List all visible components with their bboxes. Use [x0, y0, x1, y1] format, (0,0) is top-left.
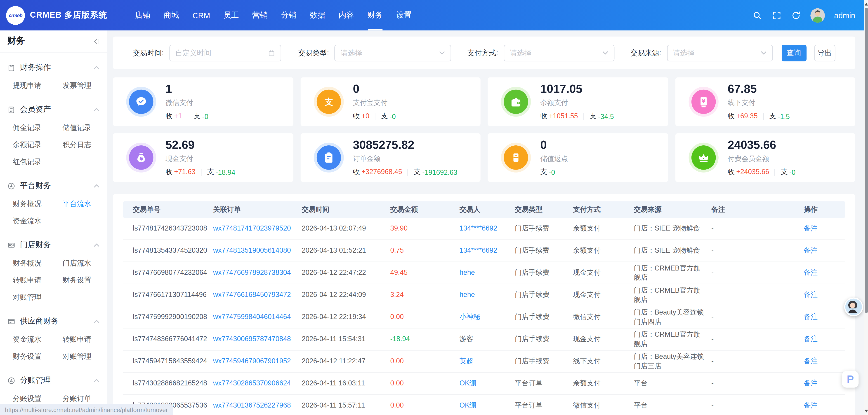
sidebar-section-header[interactable]: 分账管理 — [0, 372, 107, 389]
menu-item-10[interactable]: 设置 — [390, 0, 418, 31]
order-link[interactable]: wx774813519005614080 — [213, 247, 291, 254]
cell-trade-time: 2026-04-12 22:19:34 — [302, 312, 391, 322]
sidebar-section-header[interactable]: 门店财务 — [0, 237, 107, 253]
scroll-down-arrow[interactable] — [864, 410, 868, 413]
cell-remark: - — [711, 246, 804, 255]
export-button[interactable]: 导出 — [814, 44, 835, 61]
trader-link[interactable]: 小神秘 — [460, 313, 480, 321]
order-link[interactable]: wx774301367526227968 — [213, 402, 291, 409]
sidebar-item[interactable]: 门店流水 — [63, 254, 101, 272]
sidebar-item[interactable]: 转账申请 — [13, 271, 62, 288]
menu-item-7[interactable]: 数据 — [303, 0, 332, 31]
rebate-icon — [504, 145, 528, 170]
pay-method-select[interactable]: 请选择 — [504, 44, 614, 61]
sidebar-item[interactable]: 资金流水 — [13, 212, 62, 230]
cell-action: 备注 — [804, 268, 836, 278]
sidebar-item[interactable]: 对账管理 — [13, 288, 62, 306]
trader-link[interactable]: 134****6692 — [460, 224, 497, 232]
expense-value: -0 — [789, 168, 796, 176]
remark-action-link[interactable]: 备注 — [804, 291, 817, 299]
sidebar-section-header[interactable]: 会员资产 — [0, 101, 107, 118]
sidebar-item[interactable]: 资金流水 — [13, 331, 62, 348]
remark-action-link[interactable]: 备注 — [804, 379, 817, 387]
search-icon[interactable] — [752, 10, 762, 20]
remark-action-link[interactable]: 备注 — [804, 247, 817, 254]
cell-trade-time: 2026-04-12 11:22:47 — [302, 357, 391, 366]
remark-action-link[interactable]: 备注 — [804, 224, 817, 232]
cell-related-order: wx774594679067901952 — [213, 357, 302, 366]
remark-action-link[interactable]: 备注 — [804, 357, 817, 365]
sidebar-item[interactable]: 财务设置 — [13, 348, 62, 365]
sidebar-item[interactable]: 余额记录 — [13, 136, 62, 153]
trader-link[interactable]: 英超 — [460, 357, 473, 365]
stat-separator — [375, 113, 375, 120]
order-link[interactable]: wx774766978928738304 — [213, 269, 291, 276]
sidebar-item[interactable]: 提现申请 — [13, 77, 62, 94]
trader-link[interactable]: 134****6692 — [460, 247, 497, 254]
sidebar-section: 分账管理 分账设置分账订单 — [0, 372, 107, 409]
menu-item-1[interactable]: 店铺 — [128, 0, 157, 31]
sidebar-item[interactable]: 储值记录 — [63, 119, 101, 136]
floating-p-button[interactable]: P — [842, 371, 859, 387]
order-link[interactable]: wx774766168450793472 — [213, 291, 291, 299]
trader-link[interactable]: OK绷 — [460, 402, 476, 409]
menu-item-9[interactable]: 财务 — [361, 0, 390, 31]
menu-item-6[interactable]: 分销 — [274, 0, 303, 31]
refresh-icon[interactable] — [791, 10, 801, 20]
trader-link[interactable]: hehe — [460, 291, 475, 299]
cell-trade-time: 2026-04-12 22:47:22 — [302, 268, 391, 278]
order-link[interactable]: wx774594679067901952 — [213, 357, 291, 365]
user-avatar[interactable] — [810, 8, 825, 23]
order-link[interactable]: wx774759984046014464 — [213, 313, 291, 321]
trade-type-select[interactable]: 请选择 — [335, 44, 452, 61]
time-range-input[interactable]: 自定义时间 — [169, 44, 281, 61]
sidebar-item[interactable]: 对账管理 — [63, 348, 101, 365]
collapse-sidebar-icon[interactable] — [92, 37, 100, 45]
username-label[interactable]: admin — [834, 11, 855, 20]
menu-item-3[interactable]: CRM — [186, 0, 217, 31]
sidebar-item[interactable]: 发票管理 — [63, 77, 101, 94]
sidebar-section-header[interactable]: 供应商财务 — [0, 313, 107, 330]
page-scrollbar[interactable] — [864, 0, 868, 415]
service-avatar[interactable] — [844, 298, 863, 316]
menu-item-2[interactable]: 商城 — [157, 0, 186, 31]
sidebar-item[interactable]: 财务概况 — [13, 254, 62, 272]
menu-item-8[interactable]: 内容 — [332, 0, 361, 31]
sidebar-item[interactable]: 积分日志 — [63, 136, 101, 153]
remark-action-link[interactable]: 备注 — [804, 269, 817, 276]
scroll-up-arrow[interactable] — [864, 3, 868, 5]
remark-action-link[interactable]: 备注 — [804, 402, 817, 409]
trader-link[interactable]: hehe — [460, 269, 475, 276]
search-button[interactable]: 查询 — [781, 44, 806, 61]
order-link[interactable]: wx774300695787470848 — [213, 335, 291, 343]
sidebar-section-items: 资金流水转账申请财务设置对账管理 — [0, 330, 107, 367]
expense-value: -0 — [390, 112, 396, 120]
remark-action-link[interactable]: 备注 — [804, 335, 817, 343]
sidebar-item[interactable]: 佣金记录 — [13, 119, 62, 136]
cell-remark: - — [711, 357, 804, 366]
menu-item-5[interactable]: 营销 — [246, 0, 274, 31]
trader-link[interactable]: OK绷 — [460, 379, 476, 387]
stat-value: 0 — [540, 138, 568, 151]
cell-trade-amount: 39.90 — [391, 224, 460, 234]
order-link[interactable]: wx774302865370906624 — [213, 379, 291, 387]
menu-item-4[interactable]: 员工 — [217, 0, 246, 31]
sidebar-item[interactable]: 财务概况 — [13, 195, 62, 212]
expense-label: 支 — [540, 168, 547, 177]
remark-action-link[interactable]: 备注 — [804, 313, 817, 321]
sidebar-item[interactable]: 财务设置 — [63, 271, 101, 288]
top-nav: crmeb CRMEB 多店版系统 店铺商城CRM员工营销分销数据内容财务设置 … — [0, 0, 868, 31]
trade-source-select[interactable]: 请选择 — [667, 44, 773, 61]
sidebar-item[interactable]: 转账申请 — [63, 331, 101, 348]
sidebar-section-header[interactable]: 平台财务 — [0, 177, 107, 194]
scrollbar-thumb[interactable] — [864, 8, 868, 313]
col-trader: 交易人 — [460, 205, 515, 214]
source-placeholder: 请选择 — [673, 48, 761, 58]
order-link[interactable]: wx774817417023979520 — [213, 224, 291, 232]
cell-related-order: wx774766168450793472 — [213, 290, 302, 300]
sidebar-item[interactable]: 红包记录 — [13, 153, 62, 170]
fullscreen-icon[interactable] — [772, 10, 782, 20]
crmeb-logo[interactable]: crmeb — [6, 6, 25, 25]
sidebar-item-active[interactable]: 平台流水 — [63, 195, 101, 212]
sidebar-section-header[interactable]: 财务操作 — [0, 59, 107, 76]
